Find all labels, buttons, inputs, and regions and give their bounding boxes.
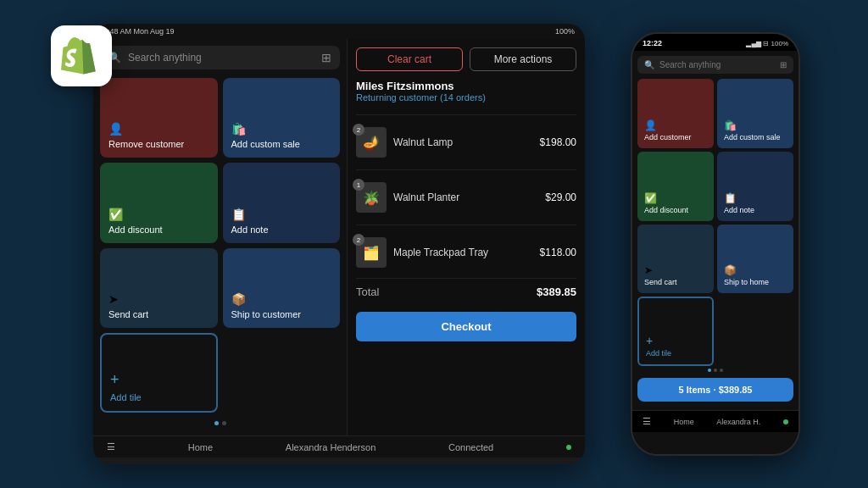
phone-hamburger-icon: ☰: [643, 416, 651, 427]
tile-send-cart[interactable]: ➤ Send cart: [100, 248, 218, 328]
tile-add-custom-sale-label: Add custom sale: [231, 139, 332, 149]
phone-tile-add-tile[interactable]: + Add tile: [637, 297, 714, 366]
phone-add-custom-sale-icon: 🛍️: [724, 119, 787, 131]
item-icon-2: 🪴: [363, 190, 380, 206]
phone-tile-ship-home-label: Ship to home: [724, 278, 787, 286]
phone-add-tile-icon: +: [646, 334, 705, 347]
phone-search-bar[interactable]: 🔍 Search anything ⊞: [637, 56, 793, 74]
phone-tile-grid: 👤 Add customer 🛍️ Add custom sale ✅ Add …: [637, 79, 793, 366]
tile-remove-customer-label: Remove customer: [108, 139, 209, 149]
item-thumb-1: 🪔 2: [356, 127, 387, 158]
tablet-status-bar: 9:48 AM Mon Aug 19 100%: [93, 24, 585, 39]
checkout-button[interactable]: Checkout: [356, 312, 576, 341]
add-tile-icon: +: [110, 371, 208, 389]
phone-search-placeholder: Search anything: [659, 60, 721, 69]
tablet-device: 9:48 AM Mon Aug 19 100% 🔍 Search anythin…: [93, 24, 585, 464]
phone-tile-add-customer[interactable]: 👤 Add customer: [637, 79, 714, 148]
more-actions-button[interactable]: More actions: [470, 47, 576, 71]
total-value: $389.85: [537, 286, 576, 298]
phone-ship-home-icon: 📦: [724, 264, 787, 276]
phone-tile-add-note[interactable]: 📋 Add note: [717, 152, 793, 221]
cart-item-2: 🪴 1 Walnut Planter $29.00: [356, 175, 576, 219]
phone-time: 12:22: [643, 39, 662, 47]
phone-tile-add-custom-sale-label: Add custom sale: [724, 133, 787, 141]
item-name-3: Maple Trackpad Tray: [393, 247, 533, 258]
phone-home-label: Home: [674, 418, 694, 426]
phone-add-note-icon: 📋: [724, 192, 787, 204]
tile-add-custom-sale[interactable]: 🛍️ Add custom sale: [223, 78, 341, 158]
tile-add-tile[interactable]: + Add tile: [100, 333, 218, 413]
tile-send-cart-label: Send cart: [108, 309, 209, 319]
phone-connected-dot: [783, 419, 788, 424]
add-custom-sale-icon: 🛍️: [231, 122, 332, 136]
tile-add-note-label: Add note: [231, 225, 332, 235]
cart-divider-3: [356, 225, 576, 225]
phone-cart-bar[interactable]: 5 Items · $389.85: [637, 378, 793, 402]
tablet-time: 9:48 AM Mon Aug 19: [103, 27, 175, 36]
dot-1: [214, 421, 219, 425]
phone-tile-add-custom-sale[interactable]: 🛍️ Add custom sale: [717, 79, 793, 148]
tablet-cart-panel: Clear cart More actions Miles Fitzsimmon…: [348, 39, 585, 435]
dot-2: [222, 421, 226, 425]
item-icon-1: 🪔: [363, 135, 380, 151]
item-badge-3: 2: [353, 234, 364, 246]
clear-cart-button[interactable]: Clear cart: [356, 47, 463, 71]
item-thumb-2: 🪴 1: [356, 182, 387, 213]
tile-add-tile-label: Add tile: [110, 392, 208, 402]
tile-add-discount-label: Add discount: [108, 225, 209, 235]
tablet-home-label: Home: [188, 442, 213, 452]
phone-send-cart-icon: ➤: [644, 264, 707, 276]
tablet-bottom-bar: ☰ Home Alexandra Henderson Connected: [93, 435, 585, 458]
phone-grid-icon: ⊞: [780, 60, 787, 69]
phone-signal: ▂▄▆ ⊟ 100%: [746, 40, 788, 47]
item-name-1: Walnut Lamp: [393, 136, 533, 148]
phone-tile-add-discount[interactable]: ✅ Add discount: [637, 152, 714, 221]
remove-customer-icon: 👤: [108, 122, 209, 136]
phone-pagination-dots: [637, 366, 793, 374]
phone-body: 🔍 Search anything ⊞ 👤 Add customer 🛍️ Ad…: [632, 51, 798, 410]
phone-status-bar: 12:22 ▂▄▆ ⊟ 100%: [632, 34, 798, 51]
hamburger-icon: ☰: [107, 441, 115, 452]
phone-tile-add-discount-label: Add discount: [644, 206, 707, 214]
item-name-2: Walnut Planter: [393, 191, 538, 203]
customer-status: Returning customer (14 orders): [356, 92, 576, 103]
tile-add-note[interactable]: 📋 Add note: [223, 163, 341, 242]
tablet-battery: 100%: [555, 27, 575, 36]
cart-divider-2: [356, 169, 576, 170]
pagination-dots: [100, 418, 340, 429]
cart-divider-1: [356, 114, 576, 115]
phone-tile-send-cart-label: Send cart: [644, 278, 707, 286]
item-badge-1: 2: [353, 124, 364, 136]
cart-total: Total $389.85: [356, 278, 576, 305]
tile-ship-to-customer[interactable]: 📦 Ship to customer: [223, 248, 341, 328]
phone-add-discount-icon: ✅: [644, 192, 707, 204]
ship-to-customer-icon: 📦: [231, 292, 332, 306]
add-note-icon: 📋: [231, 208, 332, 221]
item-badge-2: 1: [353, 179, 364, 191]
phone-tile-add-tile-label: Add tile: [646, 349, 705, 358]
total-label: Total: [356, 286, 379, 298]
add-discount-icon: ✅: [108, 208, 209, 221]
item-icon-3: 🗂️: [363, 245, 380, 261]
tablet-status: Connected: [448, 442, 493, 452]
cart-item-3: 🗂️ 2 Maple Trackpad Tray $118.00: [356, 230, 576, 274]
tile-add-discount[interactable]: ✅ Add discount: [100, 163, 218, 242]
tablet-left-panel: 🔍 Search anything ⊞ 👤 Remove customer 🛍️…: [93, 39, 348, 435]
phone-tile-ship-home[interactable]: 📦 Ship to home: [717, 225, 793, 294]
item-price-2: $29.00: [545, 191, 576, 203]
cart-item-1: 🪔 2 Walnut Lamp $198.00: [356, 120, 576, 164]
phone-tile-add-note-label: Add note: [724, 206, 787, 214]
grid-icon: ⊞: [321, 51, 331, 64]
item-price-1: $198.00: [540, 136, 576, 148]
item-thumb-3: 🗂️ 2: [356, 237, 387, 268]
phone-bottom-bar: ☰ Home Alexandra H.: [632, 410, 798, 432]
phone-search-icon: 🔍: [644, 60, 654, 69]
phone-tile-send-cart[interactable]: ➤ Send cart: [637, 225, 714, 294]
customer-name: Miles Fitzsimmons: [356, 80, 576, 92]
tile-remove-customer[interactable]: 👤 Remove customer: [100, 78, 218, 158]
phone-add-customer-icon: 👤: [644, 119, 707, 131]
phone-dot-2: [714, 369, 717, 372]
connected-dot: [566, 445, 571, 450]
send-cart-icon: ➤: [108, 292, 209, 306]
tablet-search-bar[interactable]: 🔍 Search anything ⊞: [100, 46, 340, 69]
